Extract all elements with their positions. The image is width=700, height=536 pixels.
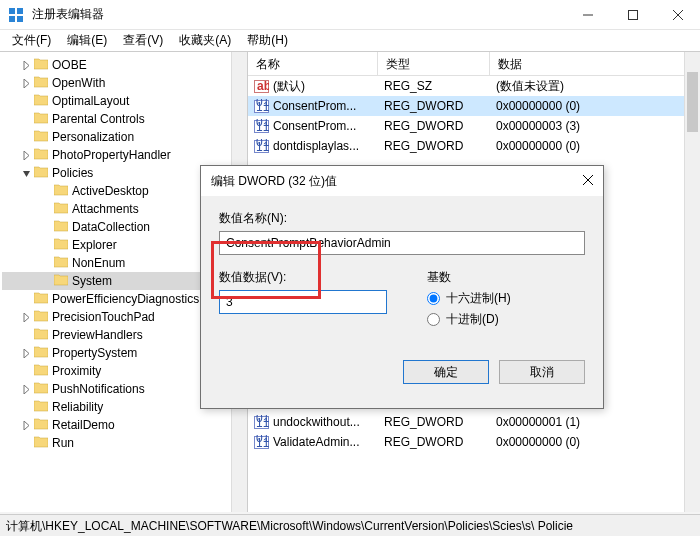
- list-scrollbar[interactable]: [684, 52, 700, 512]
- tree-item-label: OOBE: [52, 58, 87, 72]
- value-type: REG_DWORD: [378, 99, 490, 113]
- chevron-right-icon[interactable]: [20, 311, 32, 323]
- chevron-right-icon[interactable]: [20, 383, 32, 395]
- folder-icon: [54, 184, 72, 199]
- tree-item[interactable]: PhotoPropertyHandler: [2, 146, 247, 164]
- radio-dec-label: 十进制(D): [446, 311, 499, 328]
- folder-icon: [34, 382, 52, 397]
- value-type: REG_DWORD: [378, 119, 490, 133]
- tree-item-label: ActiveDesktop: [72, 184, 149, 198]
- folder-icon: [34, 346, 52, 361]
- dialog-title: 编辑 DWORD (32 位)值: [211, 173, 563, 190]
- folder-icon: [54, 202, 72, 217]
- folder-icon: [34, 76, 52, 91]
- tree-item[interactable]: Personalization: [2, 128, 247, 146]
- status-bar: 计算机\HKEY_LOCAL_MACHINE\SOFTWARE\Microsof…: [0, 514, 700, 536]
- chevron-right-icon[interactable]: [20, 347, 32, 359]
- tree-item[interactable]: OpenWith: [2, 74, 247, 92]
- window-title: 注册表编辑器: [32, 6, 565, 23]
- svg-text:ab: ab: [257, 79, 269, 93]
- menu-favorites[interactable]: 收藏夹(A): [171, 30, 239, 51]
- list-row[interactable]: 011110undockwithout...REG_DWORD0x0000000…: [248, 412, 700, 432]
- close-button[interactable]: [655, 0, 700, 30]
- edit-dword-dialog: 编辑 DWORD (32 位)值 数值名称(N): 数值数据(V): 基数 十六…: [200, 165, 604, 409]
- svg-rect-5: [628, 10, 637, 19]
- folder-icon: [34, 400, 52, 415]
- value-data-input[interactable]: [219, 290, 387, 314]
- ok-button[interactable]: 确定: [403, 360, 489, 384]
- svg-rect-3: [17, 16, 23, 22]
- folder-icon: [34, 310, 52, 325]
- tree-item-label: PushNotifications: [52, 382, 145, 396]
- menu-edit[interactable]: 编辑(E): [59, 30, 115, 51]
- tree-item-label: PropertySystem: [52, 346, 137, 360]
- tree-item-label: OpenWith: [52, 76, 105, 90]
- col-header-name[interactable]: 名称: [248, 52, 378, 75]
- folder-icon: [34, 328, 52, 343]
- chevron-right-icon[interactable]: [20, 59, 32, 71]
- value-name: ValidateAdmin...: [273, 435, 360, 449]
- value-data: 0x00000003 (3): [490, 119, 700, 133]
- value-name: (默认): [273, 78, 305, 95]
- cancel-button[interactable]: 取消: [499, 360, 585, 384]
- tree-item[interactable]: Parental Controls: [2, 110, 247, 128]
- svg-rect-0: [9, 8, 15, 14]
- folder-icon: [34, 418, 52, 433]
- value-data: 0x00000000 (0): [490, 99, 700, 113]
- chevron-down-icon[interactable]: [20, 167, 32, 179]
- folder-icon: [34, 166, 52, 181]
- minimize-button[interactable]: [565, 0, 610, 30]
- folder-icon: [34, 436, 52, 451]
- svg-text:110: 110: [256, 100, 269, 114]
- list-row[interactable]: 011110dontdisplaylas...REG_DWORD0x000000…: [248, 136, 700, 156]
- menu-bar: 文件(F) 编辑(E) 查看(V) 收藏夹(A) 帮助(H): [0, 30, 700, 52]
- folder-icon: [54, 274, 72, 289]
- value-type: REG_DWORD: [378, 139, 490, 153]
- dialog-close-button[interactable]: [563, 174, 593, 188]
- maximize-button[interactable]: [610, 0, 655, 30]
- chevron-right-icon[interactable]: [20, 77, 32, 89]
- tree-item[interactable]: OptimalLayout: [2, 92, 247, 110]
- tree-item-label: Reliability: [52, 400, 103, 414]
- list-row[interactable]: 011110ConsentProm...REG_DWORD0x00000000 …: [248, 96, 700, 116]
- svg-text:110: 110: [256, 120, 269, 134]
- value-type: REG_DWORD: [378, 435, 490, 449]
- folder-icon: [54, 220, 72, 235]
- tree-item-label: Explorer: [72, 238, 117, 252]
- tree-item[interactable]: OOBE: [2, 56, 247, 74]
- folder-icon: [54, 238, 72, 253]
- col-header-data[interactable]: 数据: [490, 52, 700, 75]
- tree-item[interactable]: RetailDemo: [2, 416, 247, 434]
- tree-item-label: PhotoPropertyHandler: [52, 148, 171, 162]
- svg-text:110: 110: [256, 436, 269, 450]
- menu-help[interactable]: 帮助(H): [239, 30, 296, 51]
- status-path: 计算机\HKEY_LOCAL_MACHINE\SOFTWARE\Microsof…: [6, 519, 573, 533]
- list-row[interactable]: ab(默认)REG_SZ(数值未设置): [248, 76, 700, 96]
- folder-icon: [34, 148, 52, 163]
- folder-icon: [34, 292, 52, 307]
- menu-file[interactable]: 文件(F): [4, 30, 59, 51]
- folder-icon: [34, 58, 52, 73]
- tree-item-label: PrecisionTouchPad: [52, 310, 155, 324]
- value-name: ConsentProm...: [273, 99, 356, 113]
- folder-icon: [34, 112, 52, 127]
- col-header-type[interactable]: 类型: [378, 52, 490, 75]
- menu-view[interactable]: 查看(V): [115, 30, 171, 51]
- list-row[interactable]: 011110ConsentProm...REG_DWORD0x00000003 …: [248, 116, 700, 136]
- radio-dec[interactable]: [427, 313, 440, 326]
- folder-icon: [34, 94, 52, 109]
- value-data: (数值未设置): [490, 78, 700, 95]
- radio-hex[interactable]: [427, 292, 440, 305]
- tree-item-label: Run: [52, 436, 74, 450]
- tree-item[interactable]: Run: [2, 434, 247, 452]
- tree-item-label: RetailDemo: [52, 418, 115, 432]
- tree-item-label: NonEnum: [72, 256, 125, 270]
- list-row[interactable]: 011110ValidateAdmin...REG_DWORD0x0000000…: [248, 432, 700, 452]
- chevron-right-icon[interactable]: [20, 419, 32, 431]
- chevron-right-icon[interactable]: [20, 149, 32, 161]
- tree-item-label: Policies: [52, 166, 93, 180]
- value-name-input[interactable]: [219, 231, 585, 255]
- tree-item-label: PreviewHandlers: [52, 328, 143, 342]
- app-icon: [8, 7, 24, 23]
- value-data: 0x00000000 (0): [490, 435, 700, 449]
